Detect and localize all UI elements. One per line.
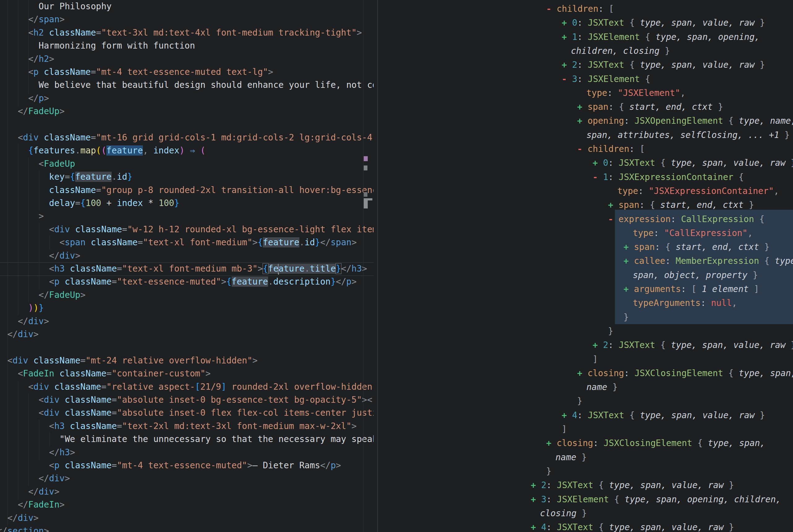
ast-tree-row[interactable]: + arguments: [ 1 element ] <box>623 282 759 296</box>
code-line[interactable]: key={feature.id} <box>0 170 132 184</box>
collapse-toggle-icon[interactable]: - <box>593 172 598 182</box>
ast-tree-row[interactable]: name } <box>586 380 618 394</box>
code-line[interactable]: > <box>0 210 44 223</box>
ast-tree-row[interactable]: children, closing } <box>571 44 670 58</box>
code-line[interactable]: <FadeIn className="container-custom"> <box>0 367 211 380</box>
code-line[interactable]: </section> <box>0 525 49 532</box>
expand-toggle-icon[interactable]: + <box>593 340 598 350</box>
code-line[interactable]: <h2 className="text-3xl md:text-4xl font… <box>0 26 362 39</box>
expand-toggle-icon[interactable]: + <box>531 522 536 532</box>
code-line[interactable]: </span> <box>0 13 65 26</box>
expand-toggle-icon[interactable]: + <box>577 368 582 378</box>
expand-toggle-icon[interactable]: + <box>577 102 582 112</box>
code-line[interactable]: <p className="mt-4 text-essence-muted te… <box>0 65 273 79</box>
ast-tree-row[interactable]: type: "JSXExpressionContainer", <box>617 184 779 198</box>
code-line[interactable]: </FadeUp> <box>0 289 86 302</box>
ast-tree-row[interactable]: } <box>623 310 629 324</box>
expand-toggle-icon[interactable]: + <box>562 410 567 420</box>
ast-tree-row[interactable]: span, attributes, selfClosing, ... +1 } <box>586 128 790 142</box>
expand-toggle-icon[interactable]: + <box>623 284 629 294</box>
collapse-toggle-icon[interactable]: - <box>562 74 567 84</box>
code-line[interactable]: <p className="mt-4 text-essence-muted">—… <box>0 459 341 472</box>
expand-toggle-icon[interactable]: + <box>531 480 536 490</box>
ast-tree-row[interactable]: + 0: JSXText { type, span, value, raw } <box>593 156 793 170</box>
ast-tree-row[interactable]: } <box>546 464 552 478</box>
code-editor-pane[interactable]: Our Philosophy </span> <h2 className="te… <box>0 0 374 532</box>
code-line[interactable]: <h3 className="text-2xl md:text-3xl font… <box>0 420 356 433</box>
collapse-toggle-icon[interactable]: - <box>577 144 582 154</box>
code-line[interactable]: <h3 className="text-xl font-medium mb-3"… <box>0 262 367 275</box>
code-line[interactable]: {features.map((feature, index) ⇒ ( <box>0 144 205 157</box>
code-line[interactable]: <span className="text-xl font-medium">{f… <box>0 236 356 249</box>
ast-tree-row[interactable]: span, object, property } <box>633 268 758 282</box>
expand-toggle-icon[interactable]: + <box>562 32 567 42</box>
expand-toggle-icon[interactable]: + <box>608 200 613 210</box>
code-line[interactable]: Harmonizing form with function <box>0 39 195 52</box>
code-line[interactable]: </FadeIn> <box>0 498 65 511</box>
ast-tree-row[interactable]: + 3: JSXElement { type, span, opening, c… <box>531 492 781 506</box>
expand-toggle-icon[interactable]: + <box>562 18 567 28</box>
ast-tree-row[interactable]: + closing: JSXClosingElement { type, spa… <box>577 366 793 380</box>
ast-tree-row[interactable]: ] <box>562 422 567 436</box>
ast-tree-row[interactable]: - 1: JSXExpressionContainer { <box>593 170 744 184</box>
code-line[interactable]: </p> <box>0 92 49 105</box>
ast-tree-row[interactable]: } <box>577 394 582 408</box>
ast-tree-row[interactable]: + 1: JSXElement { type, span, opening, <box>562 30 760 44</box>
code-line[interactable]: <div className="w-12 h-12 rounded-xl bg-… <box>0 223 374 236</box>
ast-tree-row[interactable]: + 2: JSXText { type, span, value, raw } <box>593 338 793 352</box>
code-line[interactable]: <p className="text-essence-muted">{featu… <box>0 275 356 288</box>
ast-tree-row[interactable]: - 3: JSXElement { <box>562 72 651 86</box>
ast-tree-row[interactable]: + closing: JSXClosingElement { type, spa… <box>546 436 765 450</box>
ast-tree-row[interactable]: + opening: JSXOpeningElement { type, nam… <box>577 114 793 128</box>
expand-toggle-icon[interactable]: + <box>577 116 582 126</box>
ast-tree-row[interactable]: ] <box>593 352 598 366</box>
code-line[interactable]: </h3> <box>0 446 75 459</box>
ast-tree-row[interactable]: + 4: JSXText { type, span, value, raw } <box>531 520 734 532</box>
ast-tree-row[interactable]: name } <box>556 450 587 464</box>
ast-tree-row[interactable]: + span: { start, end, ctxt } <box>608 198 754 212</box>
ast-tree-row[interactable]: } <box>608 324 613 338</box>
code-line[interactable]: <div className="mt-24 relative overflow-… <box>0 354 258 367</box>
code-line[interactable]: <FadeUp <box>0 157 75 170</box>
ast-tree-row[interactable]: + callee: MemberExpression { type, <box>623 254 793 268</box>
code-line[interactable]: </div> <box>0 328 39 341</box>
code-line[interactable]: </div> <box>0 485 59 498</box>
collapse-toggle-icon[interactable]: - <box>546 4 552 14</box>
ast-tree-row[interactable]: typeArguments: null, <box>633 296 737 310</box>
expand-toggle-icon[interactable]: + <box>546 438 552 448</box>
expand-toggle-icon[interactable]: + <box>623 242 629 252</box>
code-line[interactable]: We believe that beautiful design should … <box>0 79 374 92</box>
expand-toggle-icon[interactable]: + <box>531 494 536 505</box>
expand-toggle-icon[interactable]: + <box>623 256 629 266</box>
ast-tree-row[interactable]: type: "CallExpression", <box>633 226 753 240</box>
code-line[interactable]: </div> <box>0 315 49 328</box>
code-line[interactable]: <div className="absolute inset-0 flex fl… <box>0 406 374 419</box>
code-line[interactable]: Our Philosophy <box>0 0 112 13</box>
code-line[interactable]: </h2> <box>0 53 54 65</box>
ast-tree-row[interactable]: + span: { start, end, ctxt } <box>577 100 723 114</box>
code-line[interactable]: </div> <box>0 512 39 525</box>
code-line[interactable]: "We eliminate the unnecessary so that th… <box>0 433 374 446</box>
expand-toggle-icon[interactable]: + <box>562 60 567 70</box>
code-line[interactable]: className="group p-8 rounded-2xl transit… <box>0 184 374 197</box>
ast-tree-row[interactable]: closing } <box>540 506 587 520</box>
ast-tree-row[interactable]: - children: [ <box>577 142 645 156</box>
ast-tree-row[interactable]: - expression: CallExpression { <box>608 212 765 226</box>
ast-tree-row[interactable]: type: "JSXElement", <box>586 86 685 100</box>
code-line[interactable]: ))} <box>0 302 44 315</box>
code-line[interactable]: <div className="relative aspect-[21/9] r… <box>0 380 372 394</box>
code-line[interactable]: </div> <box>0 472 70 485</box>
expand-toggle-icon[interactable]: + <box>593 158 598 168</box>
ast-tree-row[interactable]: + 2: JSXText { type, span, value, raw } <box>562 58 765 72</box>
ast-tree-row[interactable]: + 2: JSXText { type, span, value, raw } <box>531 478 734 492</box>
code-line[interactable]: delay={100 + index * 100} <box>0 197 179 210</box>
ast-tree-pane[interactable]: - children: [+ 0: JSXText { type, span, … <box>378 0 793 532</box>
ast-tree-row[interactable]: + 0: JSXText { type, span, value, raw } <box>562 16 765 30</box>
code-line[interactable]: <div className="absolute inset-0 bg-esse… <box>0 394 372 406</box>
collapse-toggle-icon[interactable]: - <box>608 214 613 224</box>
ast-tree-row[interactable]: + 4: JSXText { type, span, value, raw } <box>562 408 765 422</box>
code-line[interactable]: </div> <box>0 249 80 262</box>
code-line[interactable]: </FadeUp> <box>0 105 65 118</box>
code-line[interactable]: <div className="mt-16 grid grid-cols-1 m… <box>0 131 372 144</box>
ast-tree-row[interactable]: + span: { start, end, ctxt } <box>623 240 770 254</box>
